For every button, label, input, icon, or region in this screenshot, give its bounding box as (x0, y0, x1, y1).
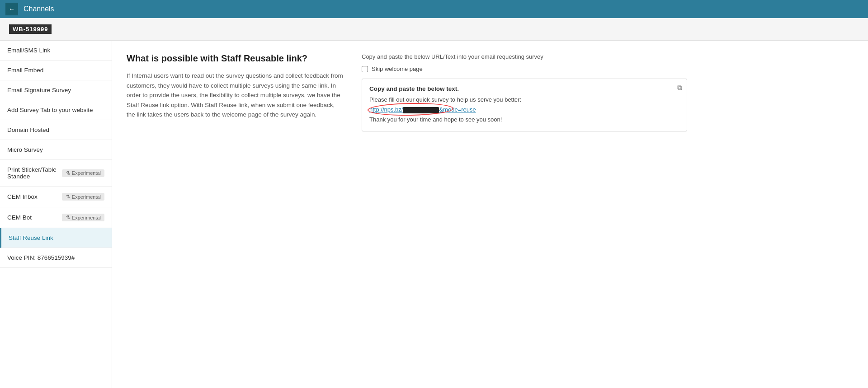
flask-icon: ⚗ (66, 194, 70, 200)
sidebar-item-email-embed[interactable]: Email Embed (0, 61, 112, 80)
sidebar-item-label: Staff Reuse Link (9, 234, 53, 241)
sidebar-item-voice-pin[interactable]: Voice PIN: 8766515939# (0, 248, 112, 268)
sidebar-item-cem-inbox[interactable]: CEM Inbox ⚗ Experimental (0, 187, 112, 207)
sidebar-item-email-sms-link[interactable]: Email/SMS Link (0, 41, 112, 61)
sidebar-item-label: Email/SMS Link (7, 47, 50, 54)
copy-box-header: Copy and paste the below text. (369, 85, 679, 92)
redacted-link-part (403, 107, 439, 113)
sidebar-item-label: Domain Hosted (7, 126, 49, 133)
flask-icon: ⚗ (66, 215, 70, 220)
page-title: Channels (24, 5, 54, 13)
description-text: If Internal users want to read out the s… (127, 71, 344, 120)
survey-id: WB-519999 (9, 24, 52, 34)
copy-box-line2: Thank you for your time and hope to see … (369, 116, 502, 123)
main-layout: Email/SMS Link Email Embed Email Signatu… (0, 41, 868, 388)
copy-icon-button[interactable]: ⧉ (677, 84, 682, 92)
sidebar-item-domain-hosted[interactable]: Domain Hosted (0, 120, 112, 140)
copy-box: ⧉ Copy and paste the below text. Please … (362, 79, 687, 131)
sidebar-item-label: Micro Survey (7, 146, 43, 153)
copy-box-link[interactable]: http://nps.bz/&mode=reuse (369, 106, 476, 113)
sidebar-item-label: Email Embed (7, 67, 43, 74)
sidebar: Email/SMS Link Email Embed Email Signatu… (0, 41, 112, 388)
skip-welcome-checkbox[interactable] (362, 66, 368, 72)
right-panel: Copy and paste the below URL/Text into y… (362, 53, 854, 380)
skip-welcome-row: Skip welcome page (362, 65, 854, 72)
skip-welcome-label[interactable]: Skip welcome page (372, 65, 423, 72)
instruction-text: Copy and paste the below URL/Text into y… (362, 53, 854, 60)
sidebar-item-label: Print Sticker/Table Standee (7, 166, 58, 180)
sidebar-item-staff-reuse-link[interactable]: Staff Reuse Link (0, 228, 112, 248)
content-area: What is possible with Staff Reusable lin… (112, 41, 868, 388)
flask-icon: ⚗ (66, 170, 70, 176)
breadcrumb-bar: WB-519999 (0, 18, 868, 41)
sidebar-item-print-sticker[interactable]: Print Sticker/Table Standee ⚗ Experiment… (0, 160, 112, 187)
sidebar-item-cem-bot[interactable]: CEM Bot ⚗ Experimental (0, 207, 112, 228)
sidebar-item-label: Voice PIN: 8766515939# (7, 254, 75, 261)
copy-box-text: Please fill out our quick survey to help… (369, 95, 679, 125)
copy-box-line1: Please fill out our quick survey to help… (369, 96, 521, 103)
experimental-badge: ⚗ Experimental (62, 169, 104, 177)
experimental-badge: ⚗ Experimental (62, 214, 104, 221)
sidebar-item-micro-survey[interactable]: Micro Survey (0, 140, 112, 160)
left-panel: What is possible with Staff Reusable lin… (127, 53, 344, 380)
sidebar-item-email-signature[interactable]: Email Signature Survey (0, 80, 112, 100)
back-button[interactable]: ← (5, 3, 18, 15)
sidebar-item-add-survey-tab[interactable]: Add Survey Tab to your website (0, 100, 112, 120)
sidebar-item-label: Email Signature Survey (7, 87, 71, 93)
experimental-badge: ⚗ Experimental (62, 193, 104, 201)
sidebar-item-label: Add Survey Tab to your website (7, 107, 93, 113)
main-heading: What is possible with Staff Reusable lin… (127, 53, 344, 64)
top-bar: ← Channels (0, 0, 868, 18)
sidebar-item-label: CEM Bot (7, 214, 32, 221)
sidebar-item-label: CEM Inbox (7, 193, 38, 200)
